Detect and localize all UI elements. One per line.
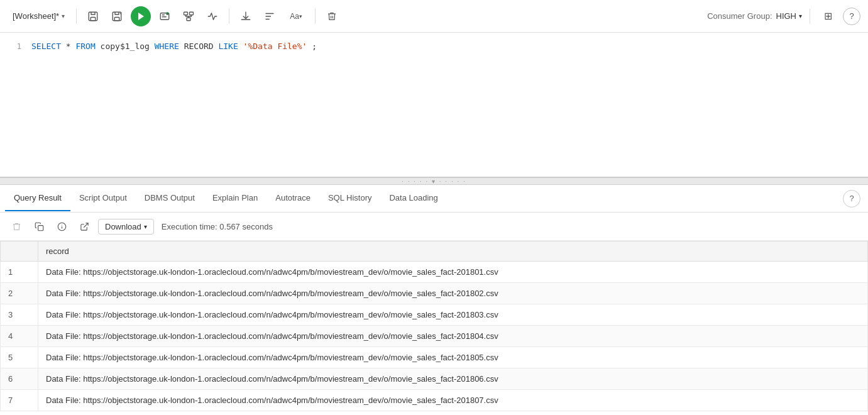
execution-time-label: Execution time: 0.567 seconds — [162, 222, 273, 231]
results-help-btn[interactable]: ? — [843, 190, 860, 208]
sql-semicolon: ; — [312, 42, 317, 51]
open-external-btn[interactable] — [75, 218, 93, 235]
sql-star: * — [66, 42, 76, 51]
toolbar-left: [Worksheet]* ▾ — [8, 6, 702, 26]
main-toolbar: [Worksheet]* ▾ — [0, 0, 868, 33]
svg-rect-10 — [187, 18, 190, 21]
download-label: Download — [105, 222, 141, 231]
autotrace-btn[interactable] — [202, 6, 222, 26]
table-row: 4Data File: https://objectstorage.uk-lon… — [1, 326, 868, 347]
cell-record: Data File: https://objectstorage.uk-lond… — [38, 283, 868, 304]
svg-rect-11 — [38, 225, 43, 230]
resize-handle[interactable]: · · · · · ▾ · · · · · — [0, 177, 868, 185]
line-number-1: 1 — [0, 42, 31, 51]
results-table: record 1Data File: https://objectstorage… — [0, 241, 868, 411]
results-table-container[interactable]: record 1Data File: https://objectstorage… — [0, 241, 868, 415]
table-body: 1Data File: https://objectstorage.uk-lon… — [1, 262, 868, 411]
explain-plan-btn[interactable] — [179, 6, 199, 26]
table-row: 6Data File: https://objectstorage.uk-lon… — [1, 368, 868, 390]
bottom-panel: Query Result Script Output DBMS Output E… — [0, 185, 868, 415]
svg-rect-0 — [89, 12, 97, 21]
svg-rect-3 — [114, 17, 119, 20]
editor-content: 1 SELECT * FROM copy$1_log WHERE RECORD … — [0, 33, 868, 60]
run-script-btn[interactable] — [155, 6, 175, 26]
cell-record: Data File: https://objectstorage.uk-lond… — [38, 262, 868, 283]
sql-table-name: copy$1_log — [101, 42, 155, 51]
info-btn[interactable] — [53, 218, 70, 235]
results-toolbar: Download ▾ Execution time: 0.567 seconds — [0, 213, 868, 241]
toolbar-divider-4 — [810, 9, 810, 24]
table-row: 2Data File: https://objectstorage.uk-lon… — [1, 283, 868, 304]
cell-record: Data File: https://objectstorage.uk-lond… — [38, 326, 868, 347]
copy-rows-btn[interactable] — [30, 218, 48, 235]
worksheet-chevron-icon: ▾ — [62, 13, 65, 19]
sql-select-kw: SELECT — [31, 42, 61, 51]
help-toolbar-btn[interactable]: ? — [843, 8, 860, 25]
cell-rownum: 6 — [1, 368, 38, 390]
cell-rownum: 7 — [1, 390, 38, 411]
toolbar-divider-3 — [315, 9, 316, 24]
save-as-btn[interactable] — [107, 6, 127, 26]
tab-data-loading[interactable]: Data Loading — [380, 185, 446, 211]
cell-rownum: 4 — [1, 326, 38, 347]
svg-rect-2 — [113, 12, 121, 21]
table-row: 3Data File: https://objectstorage.uk-lon… — [1, 304, 868, 326]
line-content-1: SELECT * FROM copy$1_log WHERE RECORD LI… — [31, 42, 868, 51]
tab-dbms-output[interactable]: DBMS Output — [136, 185, 204, 211]
tab-sql-history[interactable]: SQL History — [319, 185, 381, 211]
toolbar-divider-1 — [76, 9, 77, 24]
svg-rect-8 — [184, 12, 188, 15]
worksheet-title-label: [Worksheet]* — [13, 11, 59, 21]
table-row: 7Data File: https://objectstorage.uk-lon… — [1, 390, 868, 411]
delete-btn[interactable] — [322, 6, 342, 26]
consumer-group-value-btn[interactable]: HIGH ▾ — [776, 11, 803, 21]
sql-string-val: '%Data File%' — [243, 42, 307, 51]
cell-record: Data File: https://objectstorage.uk-lond… — [38, 390, 868, 411]
table-row: 1Data File: https://objectstorage.uk-lon… — [1, 262, 868, 283]
format-btn[interactable] — [260, 6, 280, 26]
cell-record: Data File: https://objectstorage.uk-lond… — [38, 347, 868, 368]
consumer-group-label: Consumer Group: — [707, 11, 772, 21]
table-row: 5Data File: https://objectstorage.uk-lon… — [1, 347, 868, 368]
svg-line-13 — [84, 223, 88, 227]
toolbar-right: Consumer Group: HIGH ▾ ⊞ ? — [707, 6, 860, 26]
cell-rownum: 2 — [1, 283, 38, 304]
tab-query-result[interactable]: Query Result — [5, 185, 70, 211]
consumer-group-chevron-icon: ▾ — [799, 13, 802, 19]
cell-rownum: 1 — [1, 262, 38, 283]
save-worksheet-btn[interactable] — [83, 6, 103, 26]
worksheet-title-btn[interactable]: [Worksheet]* ▾ — [8, 9, 70, 23]
sql-like-kw: LIKE — [218, 42, 238, 51]
delete-rows-btn[interactable] — [8, 218, 25, 235]
toolbar-divider-2 — [229, 9, 229, 24]
consumer-group-section: Consumer Group: HIGH ▾ — [707, 11, 802, 21]
svg-marker-7 — [167, 13, 168, 14]
sql-col-name: RECORD — [184, 42, 219, 51]
tab-script-output[interactable]: Script Output — [70, 185, 136, 211]
svg-rect-9 — [190, 12, 194, 15]
download-results-btn[interactable]: Download ▾ — [98, 219, 154, 235]
cell-rownum: 3 — [1, 304, 38, 326]
tabs-bar: Query Result Script Output DBMS Output E… — [0, 185, 868, 213]
tab-autotrace[interactable]: Autotrace — [266, 185, 319, 211]
editor-line-1: 1 SELECT * FROM copy$1_log WHERE RECORD … — [0, 40, 868, 52]
cell-rownum: 5 — [1, 347, 38, 368]
tab-explain-plan[interactable]: Explain Plan — [204, 185, 266, 211]
font-size-btn[interactable]: Aa ▾ — [283, 6, 309, 26]
svg-rect-1 — [91, 17, 96, 20]
sql-editor[interactable]: 1 SELECT * FROM copy$1_log WHERE RECORD … — [0, 33, 868, 177]
download-chevron-icon: ▾ — [144, 223, 147, 230]
col-header-rownum — [1, 241, 38, 262]
col-header-record: record — [38, 241, 868, 262]
sql-from-kw: FROM — [75, 42, 95, 51]
download-toolbar-btn[interactable] — [236, 6, 256, 26]
resize-dots-icon: · · · · · ▾ · · · · · — [402, 178, 466, 185]
run-query-btn[interactable] — [131, 6, 151, 26]
sql-where-kw: WHERE — [155, 42, 179, 51]
analytics-btn[interactable]: ⊞ — [818, 6, 838, 26]
cell-record: Data File: https://objectstorage.uk-lond… — [38, 304, 868, 326]
svg-marker-4 — [138, 13, 144, 20]
cell-record: Data File: https://objectstorage.uk-lond… — [38, 368, 868, 390]
table-header: record — [1, 241, 868, 262]
